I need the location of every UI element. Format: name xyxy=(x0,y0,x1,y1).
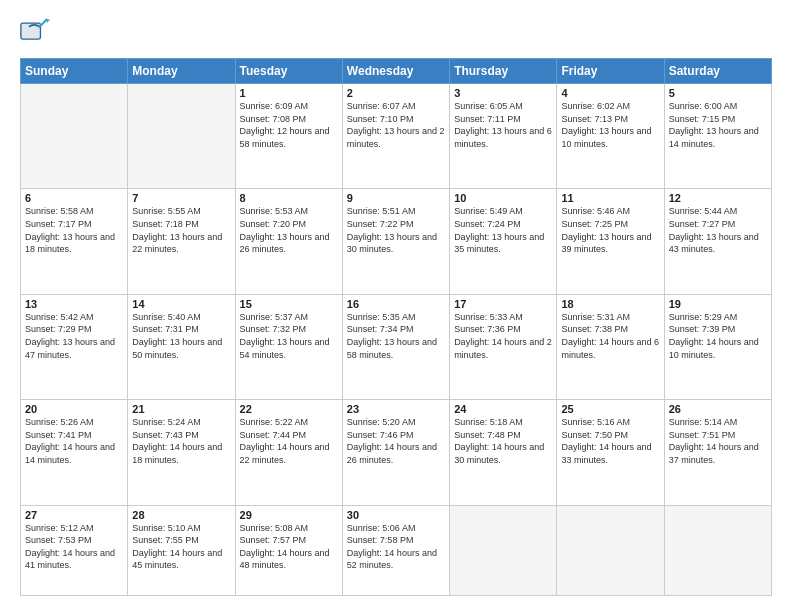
weekday-header-tuesday: Tuesday xyxy=(235,59,342,84)
calendar-cell: 1Sunrise: 6:09 AMSunset: 7:08 PMDaylight… xyxy=(235,84,342,189)
calendar-cell: 18Sunrise: 5:31 AMSunset: 7:38 PMDayligh… xyxy=(557,294,664,399)
day-info: Sunrise: 6:00 AMSunset: 7:15 PMDaylight:… xyxy=(669,100,767,150)
svg-marker-2 xyxy=(47,20,51,24)
weekday-header-row: SundayMondayTuesdayWednesdayThursdayFrid… xyxy=(21,59,772,84)
day-info: Sunrise: 5:22 AMSunset: 7:44 PMDaylight:… xyxy=(240,416,338,466)
calendar-cell: 4Sunrise: 6:02 AMSunset: 7:13 PMDaylight… xyxy=(557,84,664,189)
day-number: 6 xyxy=(25,192,123,204)
day-number: 27 xyxy=(25,509,123,521)
calendar-cell: 3Sunrise: 6:05 AMSunset: 7:11 PMDaylight… xyxy=(450,84,557,189)
calendar-cell: 26Sunrise: 5:14 AMSunset: 7:51 PMDayligh… xyxy=(664,400,771,505)
day-info: Sunrise: 5:49 AMSunset: 7:24 PMDaylight:… xyxy=(454,205,552,255)
day-info: Sunrise: 5:06 AMSunset: 7:58 PMDaylight:… xyxy=(347,522,445,572)
calendar-cell: 2Sunrise: 6:07 AMSunset: 7:10 PMDaylight… xyxy=(342,84,449,189)
weekday-header-monday: Monday xyxy=(128,59,235,84)
logo xyxy=(20,16,56,48)
calendar-cell xyxy=(21,84,128,189)
day-info: Sunrise: 5:24 AMSunset: 7:43 PMDaylight:… xyxy=(132,416,230,466)
calendar-cell: 30Sunrise: 5:06 AMSunset: 7:58 PMDayligh… xyxy=(342,505,449,596)
calendar-cell: 12Sunrise: 5:44 AMSunset: 7:27 PMDayligh… xyxy=(664,189,771,294)
day-number: 11 xyxy=(561,192,659,204)
day-info: Sunrise: 5:55 AMSunset: 7:18 PMDaylight:… xyxy=(132,205,230,255)
day-number: 22 xyxy=(240,403,338,415)
day-number: 20 xyxy=(25,403,123,415)
day-info: Sunrise: 5:18 AMSunset: 7:48 PMDaylight:… xyxy=(454,416,552,466)
calendar-week-row: 1Sunrise: 6:09 AMSunset: 7:08 PMDaylight… xyxy=(21,84,772,189)
day-info: Sunrise: 6:09 AMSunset: 7:08 PMDaylight:… xyxy=(240,100,338,150)
day-info: Sunrise: 5:51 AMSunset: 7:22 PMDaylight:… xyxy=(347,205,445,255)
day-number: 1 xyxy=(240,87,338,99)
day-number: 30 xyxy=(347,509,445,521)
calendar-cell: 9Sunrise: 5:51 AMSunset: 7:22 PMDaylight… xyxy=(342,189,449,294)
calendar-cell: 8Sunrise: 5:53 AMSunset: 7:20 PMDaylight… xyxy=(235,189,342,294)
calendar-cell: 28Sunrise: 5:10 AMSunset: 7:55 PMDayligh… xyxy=(128,505,235,596)
calendar-cell: 15Sunrise: 5:37 AMSunset: 7:32 PMDayligh… xyxy=(235,294,342,399)
calendar-cell: 22Sunrise: 5:22 AMSunset: 7:44 PMDayligh… xyxy=(235,400,342,505)
day-number: 2 xyxy=(347,87,445,99)
calendar-cell: 17Sunrise: 5:33 AMSunset: 7:36 PMDayligh… xyxy=(450,294,557,399)
calendar-cell: 20Sunrise: 5:26 AMSunset: 7:41 PMDayligh… xyxy=(21,400,128,505)
page: SundayMondayTuesdayWednesdayThursdayFrid… xyxy=(0,0,792,612)
day-number: 9 xyxy=(347,192,445,204)
calendar-cell: 16Sunrise: 5:35 AMSunset: 7:34 PMDayligh… xyxy=(342,294,449,399)
calendar-week-row: 27Sunrise: 5:12 AMSunset: 7:53 PMDayligh… xyxy=(21,505,772,596)
weekday-header-sunday: Sunday xyxy=(21,59,128,84)
day-info: Sunrise: 6:07 AMSunset: 7:10 PMDaylight:… xyxy=(347,100,445,150)
weekday-header-friday: Friday xyxy=(557,59,664,84)
day-info: Sunrise: 5:58 AMSunset: 7:17 PMDaylight:… xyxy=(25,205,123,255)
calendar-cell: 13Sunrise: 5:42 AMSunset: 7:29 PMDayligh… xyxy=(21,294,128,399)
day-info: Sunrise: 5:14 AMSunset: 7:51 PMDaylight:… xyxy=(669,416,767,466)
calendar-cell: 11Sunrise: 5:46 AMSunset: 7:25 PMDayligh… xyxy=(557,189,664,294)
day-number: 17 xyxy=(454,298,552,310)
day-info: Sunrise: 5:08 AMSunset: 7:57 PMDaylight:… xyxy=(240,522,338,572)
calendar-cell: 29Sunrise: 5:08 AMSunset: 7:57 PMDayligh… xyxy=(235,505,342,596)
day-info: Sunrise: 5:53 AMSunset: 7:20 PMDaylight:… xyxy=(240,205,338,255)
calendar-cell: 21Sunrise: 5:24 AMSunset: 7:43 PMDayligh… xyxy=(128,400,235,505)
calendar-week-row: 13Sunrise: 5:42 AMSunset: 7:29 PMDayligh… xyxy=(21,294,772,399)
day-number: 18 xyxy=(561,298,659,310)
weekday-header-thursday: Thursday xyxy=(450,59,557,84)
day-info: Sunrise: 5:46 AMSunset: 7:25 PMDaylight:… xyxy=(561,205,659,255)
day-info: Sunrise: 5:44 AMSunset: 7:27 PMDaylight:… xyxy=(669,205,767,255)
day-number: 8 xyxy=(240,192,338,204)
day-number: 13 xyxy=(25,298,123,310)
logo-icon xyxy=(20,16,52,48)
calendar-cell: 5Sunrise: 6:00 AMSunset: 7:15 PMDaylight… xyxy=(664,84,771,189)
day-info: Sunrise: 5:42 AMSunset: 7:29 PMDaylight:… xyxy=(25,311,123,361)
day-number: 24 xyxy=(454,403,552,415)
calendar-cell: 23Sunrise: 5:20 AMSunset: 7:46 PMDayligh… xyxy=(342,400,449,505)
day-number: 23 xyxy=(347,403,445,415)
calendar-cell xyxy=(450,505,557,596)
day-number: 25 xyxy=(561,403,659,415)
day-number: 28 xyxy=(132,509,230,521)
day-number: 7 xyxy=(132,192,230,204)
day-info: Sunrise: 5:12 AMSunset: 7:53 PMDaylight:… xyxy=(25,522,123,572)
day-number: 12 xyxy=(669,192,767,204)
calendar-cell: 19Sunrise: 5:29 AMSunset: 7:39 PMDayligh… xyxy=(664,294,771,399)
calendar-cell: 27Sunrise: 5:12 AMSunset: 7:53 PMDayligh… xyxy=(21,505,128,596)
header xyxy=(20,16,772,48)
day-info: Sunrise: 5:26 AMSunset: 7:41 PMDaylight:… xyxy=(25,416,123,466)
day-number: 4 xyxy=(561,87,659,99)
day-number: 14 xyxy=(132,298,230,310)
calendar-cell: 6Sunrise: 5:58 AMSunset: 7:17 PMDaylight… xyxy=(21,189,128,294)
day-number: 21 xyxy=(132,403,230,415)
day-number: 26 xyxy=(669,403,767,415)
day-info: Sunrise: 6:02 AMSunset: 7:13 PMDaylight:… xyxy=(561,100,659,150)
calendar-cell xyxy=(664,505,771,596)
day-info: Sunrise: 5:10 AMSunset: 7:55 PMDaylight:… xyxy=(132,522,230,572)
calendar-week-row: 6Sunrise: 5:58 AMSunset: 7:17 PMDaylight… xyxy=(21,189,772,294)
calendar-cell: 10Sunrise: 5:49 AMSunset: 7:24 PMDayligh… xyxy=(450,189,557,294)
calendar-table: SundayMondayTuesdayWednesdayThursdayFrid… xyxy=(20,58,772,596)
day-number: 5 xyxy=(669,87,767,99)
day-number: 3 xyxy=(454,87,552,99)
calendar-cell xyxy=(128,84,235,189)
day-info: Sunrise: 5:37 AMSunset: 7:32 PMDaylight:… xyxy=(240,311,338,361)
day-number: 16 xyxy=(347,298,445,310)
day-info: Sunrise: 6:05 AMSunset: 7:11 PMDaylight:… xyxy=(454,100,552,150)
day-info: Sunrise: 5:35 AMSunset: 7:34 PMDaylight:… xyxy=(347,311,445,361)
day-info: Sunrise: 5:33 AMSunset: 7:36 PMDaylight:… xyxy=(454,311,552,361)
day-number: 29 xyxy=(240,509,338,521)
calendar-cell: 14Sunrise: 5:40 AMSunset: 7:31 PMDayligh… xyxy=(128,294,235,399)
calendar-cell xyxy=(557,505,664,596)
